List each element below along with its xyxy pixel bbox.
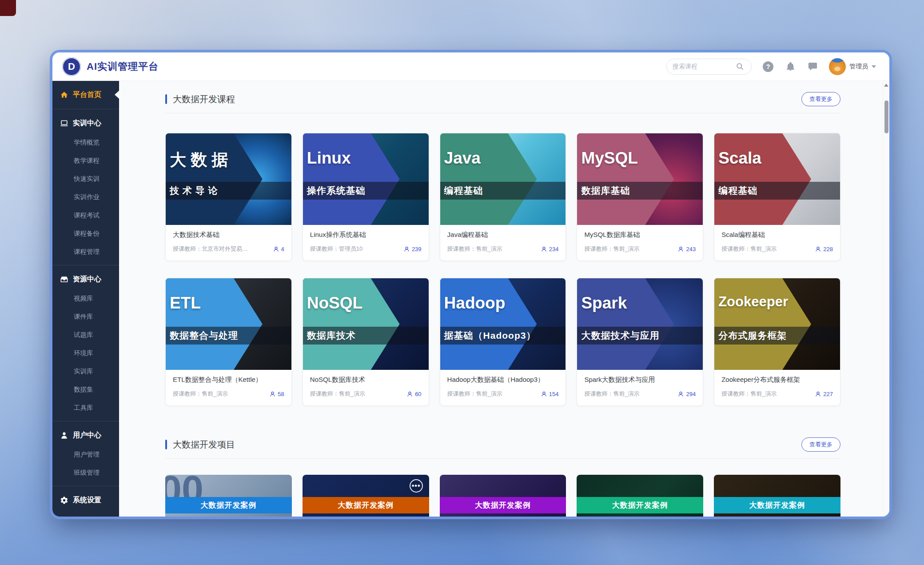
project-more-button[interactable]: 查看更多 — [801, 437, 840, 452]
section-divider — [165, 113, 840, 113]
project-card[interactable]: ••• 大数据开发案例 — [303, 475, 429, 517]
project-card[interactable]: 大数据开发案例 — [714, 475, 840, 517]
course-teacher: 授课教师：售前_演示 — [584, 390, 639, 398]
course-card[interactable]: 数据整合与处理 ETL ETL数据整合与处理（Kettle） 授课教师：售前_演… — [165, 278, 292, 406]
sidebar-group-resources[interactable]: 资源中心 — [52, 269, 119, 289]
ellipsis-icon: ••• — [410, 479, 423, 493]
avatar[interactable] — [829, 58, 846, 75]
sidebar-item-dataset[interactable]: 数据集 — [52, 381, 119, 399]
course-info: Zookeeper分布式服务框架 授课教师：售前_演示 227 — [714, 370, 840, 405]
home-icon — [60, 91, 68, 99]
course-cover: 数据库基础 MySQL — [577, 133, 703, 225]
sidebar-group-settings[interactable]: 系统设置 — [52, 490, 119, 510]
sidebar-item-course-exam[interactable]: 课程考试 — [52, 206, 119, 224]
sidebar-item-study-overview[interactable]: 学情概览 — [52, 133, 119, 152]
course-card[interactable]: 技 术 导 论 大 数 据 大数据技术基础 授课教师：北京市对外贸易学校教...… — [165, 133, 292, 261]
cover-title: NoSQL — [307, 294, 362, 313]
search-input[interactable]: 搜索课程 — [666, 59, 752, 75]
course-info: Spark大数据技术与应用 授课教师：售前_演示 294 — [577, 370, 703, 405]
course-card[interactable]: 据基础（Hadoop3） Hadoop Hadoop大数据基础（Hadoop3）… — [440, 278, 566, 406]
sidebar-item-quick-training[interactable]: 快速实训 — [52, 170, 119, 188]
sidebar-item-question-lib[interactable]: 试题库 — [52, 326, 119, 344]
course-name: 大数据技术基础 — [173, 231, 284, 239]
sidebar-item-course-manage[interactable]: 课程管理 — [52, 243, 119, 261]
sidebar-item-training-homework[interactable]: 实训作业 — [52, 188, 119, 206]
user-name: 管理员 — [849, 63, 868, 71]
person-icon — [815, 391, 821, 397]
person-icon — [273, 246, 279, 252]
project-banner: 大数据开发案例 — [165, 497, 292, 513]
sidebar-item-user-manage[interactable]: 用户管理 — [52, 445, 119, 464]
course-cover: 数据整合与处理 ETL — [166, 278, 291, 370]
course-teacher: 授课教师：售前_演示 — [584, 245, 639, 253]
course-teacher: 授课教师：售前_演示 — [447, 245, 502, 253]
section-accent-bar — [165, 94, 167, 104]
project-banner: 大数据开发案例 — [714, 497, 840, 513]
help-icon[interactable]: ? — [762, 61, 774, 72]
course-card[interactable]: 分布式服务框架 Zookeeper Zookeeper分布式服务框架 授课教师：… — [714, 278, 840, 406]
cover-chevron — [166, 278, 263, 370]
student-count: 58 — [270, 391, 284, 397]
cover-title: ETL — [170, 294, 201, 313]
section-divider — [165, 458, 840, 459]
project-card[interactable]: 大数据开发案例 — [577, 475, 703, 517]
course-cover: 大数据技术与应用 Spark — [577, 278, 703, 370]
active-item-notch — [115, 91, 119, 99]
sidebar-item-video-lib[interactable]: 视频库 — [52, 289, 119, 308]
person-icon — [815, 246, 821, 252]
sidebar-item-courseware-lib[interactable]: 课件库 — [52, 308, 119, 326]
vertical-scrollbar[interactable] — [883, 81, 889, 517]
course-card[interactable]: 编程基础 Scala Scala编程基础 授课教师：售前_演示 228 — [714, 133, 840, 261]
cover-subtitle: 编程基础 — [714, 182, 840, 200]
project-card[interactable]: 大数据开发案例 — [440, 475, 566, 517]
sidebar-item-teaching-courses[interactable]: 教学课程 — [52, 152, 119, 170]
sidebar-item-home[interactable]: 平台首页 — [52, 84, 119, 105]
app-title: AI实训管理平台 — [87, 60, 159, 73]
course-card[interactable]: 操作系统基础 Linux Linux操作系统基础 授课教师：管理员10 239 — [303, 133, 429, 261]
course-name: ETL数据整合与处理（Kettle） — [173, 376, 284, 384]
person-icon — [541, 246, 547, 252]
search-icon[interactable] — [734, 61, 745, 72]
course-more-button[interactable]: 查看更多 — [801, 92, 840, 106]
message-icon[interactable] — [807, 61, 818, 72]
course-card[interactable]: 编程基础 Java Java编程基础 授课教师：售前_演示 234 — [440, 133, 566, 261]
course-name: NoSQL数据库技术 — [310, 376, 422, 384]
course-teacher: 授课教师：售前_演示 — [721, 390, 777, 398]
sidebar-item-training-lib[interactable]: 实训库 — [52, 362, 119, 381]
person-icon — [678, 391, 684, 397]
sidebar-group-training[interactable]: 实训中心 — [52, 113, 119, 133]
scroll-up-arrow-icon[interactable] — [884, 84, 888, 87]
sidebar-item-tool-lib[interactable]: 工具库 — [52, 399, 119, 417]
course-cover: 编程基础 Java — [440, 133, 566, 225]
laptop-icon — [60, 119, 68, 128]
sidebar-group-users[interactable]: 用户中心 — [52, 425, 119, 445]
scrollbar-thumb[interactable] — [884, 100, 888, 133]
sidebar-item-env-lib[interactable]: 环境库 — [52, 344, 119, 362]
sidebar-item-course-backup[interactable]: 课程备份 — [52, 224, 119, 243]
person-icon — [407, 391, 413, 397]
course-info: Scala编程基础 授课教师：售前_演示 228 — [714, 225, 840, 260]
course-name: Linux操作系统基础 — [310, 231, 422, 239]
cover-subtitle: 数据库技术 — [303, 327, 429, 345]
course-cover: 操作系统基础 Linux — [303, 133, 429, 225]
project-card[interactable]: 00 大数据开发案例 — [165, 475, 292, 517]
cover-chevron — [440, 278, 537, 370]
cover-chevron — [166, 133, 263, 225]
project-banner: 大数据开发案例 — [577, 497, 703, 513]
cover-subtitle: 大数据技术与应用 — [577, 327, 703, 345]
course-info: Hadoop大数据基础（Hadoop3） 授课教师：售前_演示 154 — [440, 370, 566, 405]
project-section-title: 大数据开发项目 — [173, 439, 235, 451]
bell-icon[interactable] — [785, 61, 796, 72]
course-card[interactable]: 大数据技术与应用 Spark Spark大数据技术与应用 授课教师：售前_演示 … — [577, 278, 703, 406]
course-cover: 技 术 导 论 大 数 据 — [166, 133, 291, 225]
cover-chevron — [577, 133, 674, 225]
course-teacher: 授课教师：管理员10 — [310, 245, 362, 253]
course-card-row-2: 数据整合与处理 ETL ETL数据整合与处理（Kettle） 授课教师：售前_演… — [165, 278, 840, 406]
course-card[interactable]: 数据库基础 MySQL MySQL数据库基础 授课教师：售前_演示 243 — [577, 133, 703, 261]
course-card[interactable]: 数据库技术 NoSQL NoSQL数据库技术 授课教师：售前_演示 60 — [303, 278, 429, 406]
person-icon — [678, 246, 684, 252]
cover-chevron — [714, 278, 811, 370]
sidebar-item-class-manage[interactable]: 班级管理 — [52, 464, 119, 482]
cover-chevron — [303, 133, 400, 225]
user-menu[interactable]: 管理员 — [829, 58, 876, 75]
